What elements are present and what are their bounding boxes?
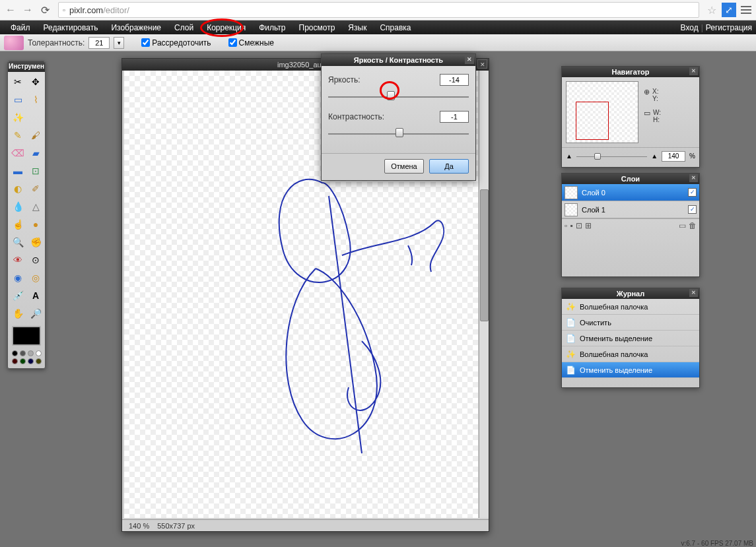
navigator-viewport[interactable] (576, 102, 609, 140)
layer-row[interactable]: Слой 1✓ (562, 201, 699, 218)
swatch-darkred[interactable] (12, 358, 18, 364)
crop-tool[interactable]: ✂ (9, 73, 26, 90)
brightness-slider-thumb[interactable] (387, 91, 395, 100)
blur-tool[interactable]: 💧 (9, 198, 26, 215)
menu-image[interactable]: Изображение (104, 20, 168, 34)
ok-button[interactable]: Да (429, 159, 469, 174)
menu-filter[interactable]: Фильтр (252, 20, 292, 34)
login-link[interactable]: Вход (681, 23, 699, 32)
antialias-check-input[interactable] (228, 38, 237, 47)
swatch-black[interactable] (12, 350, 18, 356)
clone-tool[interactable]: ⊡ (27, 162, 44, 179)
brightness-slider[interactable] (328, 90, 469, 99)
sharpen-tool[interactable]: △ (27, 198, 44, 215)
history-item[interactable]: ✨Волшебная палочка (562, 346, 699, 362)
layers-close-button[interactable]: ✕ (689, 174, 698, 182)
contiguous-checkbox[interactable]: Рассредоточить (141, 38, 211, 48)
swatch-darkyellow[interactable] (36, 358, 42, 364)
gradient-tool[interactable]: ▬ (9, 162, 26, 179)
bloat-tool[interactable]: ◉ (9, 269, 26, 286)
menu-file[interactable]: Файл (4, 20, 37, 34)
wand-tool[interactable]: ✨ (9, 109, 26, 126)
navigator-thumbnail[interactable] (566, 81, 638, 143)
swatch-gray[interactable] (20, 350, 26, 356)
hand-tool[interactable]: ✋ (9, 305, 26, 322)
tolerance-dropdown-button[interactable]: ▾ (114, 37, 124, 49)
zoom-tool[interactable]: 🔎 (27, 305, 44, 322)
menu-language[interactable]: Язык (341, 20, 373, 34)
layer-dup-icon[interactable]: ⊡ (576, 221, 582, 230)
pinch-tool[interactable]: ◎ (27, 269, 44, 286)
reload-button[interactable]: ⟳ (37, 2, 53, 18)
fullscreen-icon[interactable]: ⤢ (722, 3, 736, 17)
history-item[interactable]: ✨Волшебная палочка (562, 299, 699, 315)
url-bar[interactable]: ▫ pixlr.com/editor/ (58, 2, 699, 18)
picker-tool[interactable]: 💉 (9, 287, 26, 304)
zoom-value-input[interactable] (662, 151, 685, 162)
swatch-darkblue[interactable] (28, 358, 34, 364)
zoom-slider-thumb[interactable] (594, 153, 601, 160)
layer-mask-icon[interactable]: ▪ (570, 221, 572, 230)
marquee-tool[interactable]: ▭ (9, 91, 26, 108)
contrast-slider-thumb[interactable] (395, 128, 403, 137)
cancel-button[interactable]: Отмена (384, 159, 424, 174)
canvas-close-button[interactable]: ✕ (477, 59, 487, 69)
layer-visibility-checkbox[interactable]: ✓ (688, 205, 697, 214)
layer-visibility-checkbox[interactable]: ✓ (688, 188, 697, 197)
replace-tool[interactable]: ◐ (9, 180, 26, 197)
navigator-close-button[interactable]: ✕ (689, 67, 698, 75)
type-tool[interactable]: A (27, 287, 44, 304)
sponge-tool[interactable]: ● (27, 216, 44, 233)
scrollbar-thumb[interactable] (480, 189, 489, 321)
history-title[interactable]: Журнал ✕ (562, 288, 699, 299)
menu-edit[interactable]: Редактировать (37, 20, 105, 34)
layer-new-icon[interactable]: ▫ (565, 221, 567, 230)
menu-view[interactable]: Просмотр (292, 20, 342, 34)
menu-layer[interactable]: Слой (168, 20, 200, 34)
swatch-white[interactable] (36, 350, 42, 356)
layer-settings-icon[interactable]: ▭ (679, 221, 686, 230)
color-swatch[interactable] (12, 326, 41, 346)
history-item[interactable]: 📄Отменить выделение (562, 331, 699, 346)
layer-delete-icon[interactable]: 🗑 (689, 221, 697, 230)
menu-help[interactable]: Справка (373, 20, 417, 34)
pencil-tool[interactable]: ✎ (9, 127, 26, 144)
layer-fx-icon[interactable]: ⊞ (585, 221, 592, 230)
vertical-scrollbar[interactable] (479, 71, 489, 518)
smudge-tool[interactable]: ☝ (9, 216, 26, 233)
swatch-lightgray[interactable] (28, 350, 34, 356)
layer-row[interactable]: Слой 0✓ (562, 184, 699, 201)
redeye-tool[interactable]: 👁 (9, 251, 26, 269)
zoom-in-icon[interactable]: ▲ (651, 152, 658, 160)
lasso-tool[interactable]: ⌇ (27, 91, 44, 108)
bookmark-icon[interactable]: ☆ (704, 4, 719, 16)
contrast-slider[interactable] (328, 127, 469, 136)
spot-tool[interactable]: ⊙ (27, 251, 44, 269)
back-button[interactable]: ← (3, 2, 18, 18)
draw-tool[interactable]: ✐ (27, 180, 44, 197)
brightness-input[interactable] (440, 74, 469, 86)
dodge-tool[interactable]: 🔍 (9, 234, 26, 251)
brush-tool[interactable]: 🖌 (27, 127, 44, 144)
contiguous-check-input[interactable] (141, 38, 150, 47)
layers-title[interactable]: Слои ✕ (562, 174, 699, 184)
navigator-title[interactable]: Навигатор ✕ (562, 67, 699, 77)
eraser-tool[interactable]: ⌫ (9, 145, 26, 162)
move-tool[interactable]: ✥ (27, 73, 44, 90)
antialias-checkbox[interactable]: Смежные (228, 38, 274, 48)
tolerance-input[interactable] (88, 37, 110, 49)
history-item[interactable]: 📄Отменить выделение (562, 362, 699, 378)
register-link[interactable]: Регистрация (706, 23, 752, 32)
dialog-title-bar[interactable]: Яркость / Контрастность ✕ (322, 54, 475, 66)
bucket-tool[interactable]: ▰ (27, 145, 44, 162)
history-close-button[interactable]: ✕ (689, 289, 698, 297)
history-item[interactable]: 📄Очистить (562, 315, 699, 331)
burn-tool[interactable]: ✊ (27, 234, 44, 251)
contrast-input[interactable] (440, 111, 469, 123)
zoom-out-icon[interactable]: ▲ (566, 152, 572, 160)
dialog-close-button[interactable]: ✕ (465, 55, 474, 64)
hamburger-icon[interactable] (739, 3, 753, 17)
zoom-slider[interactable] (576, 152, 647, 160)
swatch-darkgreen[interactable] (20, 358, 26, 364)
menu-adjustment[interactable]: Коррекция (200, 20, 252, 34)
